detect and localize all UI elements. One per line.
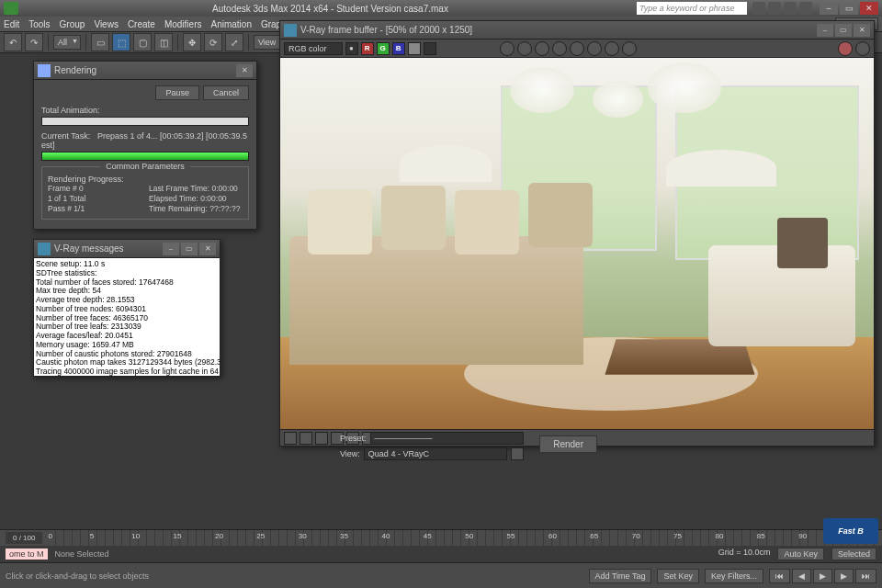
rgb-toggle[interactable]: ●: [345, 42, 358, 55]
vfb-tool-7[interactable]: [605, 41, 619, 56]
grid-status: Grid = 10.0cm: [718, 548, 771, 560]
window-crossing-button[interactable]: ◫: [154, 33, 173, 51]
select-region-button[interactable]: ▢: [133, 33, 152, 51]
render-icon: [38, 64, 51, 77]
vfb-title: V-Ray frame buffer - [50% of 2000 x 1250…: [300, 25, 472, 35]
app-menu-icon[interactable]: [4, 2, 18, 15]
vfb-icon: [284, 24, 297, 37]
channel-select[interactable]: RGB color: [284, 42, 343, 55]
set-key-button[interactable]: Set Key: [657, 569, 699, 583]
mono-channel[interactable]: [424, 42, 436, 55]
play-controls[interactable]: ⏮ ◀ ▶ ▶ ⏭: [769, 569, 876, 583]
stat-remaining: Time Remaining: ??:??:??: [149, 204, 243, 213]
vray-messages-window: V-Ray messages – ▭ ✕ Scene setup: 11.0 s…: [33, 239, 220, 377]
fastboot-badge: Fast B: [823, 518, 878, 544]
msgs-min-button[interactable]: –: [163, 243, 179, 255]
command-line[interactable]: ome to M: [6, 548, 48, 560]
vray-icon: [38, 243, 51, 255]
vfb-tool-5[interactable]: [570, 41, 584, 56]
undo-button[interactable]: ↶: [4, 33, 22, 51]
pause-button[interactable]: Pause: [155, 85, 199, 100]
vfb-tool-1[interactable]: [500, 41, 514, 56]
app-title: Autodesk 3ds Max 2014 x64 - Student Vers…: [24, 4, 637, 14]
goto-start-button[interactable]: ⏮: [769, 569, 790, 583]
vfb-b3[interactable]: [315, 432, 328, 445]
common-params-label: Common Parameters: [100, 162, 190, 171]
rendering-window: Rendering ✕ Pause Cancel Total Animation…: [33, 61, 257, 230]
alpha-channel[interactable]: [408, 42, 421, 55]
view-select[interactable]: Quad 4 - VRayC: [364, 447, 507, 460]
vfb-tool-2[interactable]: [517, 41, 532, 56]
vfb-settings-button[interactable]: [855, 41, 870, 56]
rotate-button[interactable]: ⟳: [204, 33, 222, 51]
total-anim-progress: [41, 117, 249, 126]
vfb-close-button[interactable]: ✕: [854, 24, 870, 37]
play-button[interactable]: ▶: [813, 569, 832, 583]
preset-select[interactable]: ———————: [370, 432, 524, 445]
preset-label: Preset:: [340, 434, 367, 443]
vfb-tool-8[interactable]: [622, 41, 637, 56]
prev-frame-button[interactable]: ◀: [792, 569, 811, 583]
add-time-tag-button[interactable]: Add Time Tag: [589, 569, 652, 583]
b-channel[interactable]: B: [392, 42, 405, 55]
signin-icon[interactable]: [784, 2, 797, 15]
frame-indicator[interactable]: 0 / 100: [6, 532, 42, 544]
selected-button[interactable]: Selected: [831, 548, 876, 560]
vray-messages-title: V-Ray messages: [54, 243, 124, 254]
render-output-image[interactable]: [280, 58, 874, 429]
menu-edit[interactable]: Edit: [4, 19, 19, 29]
timeline-ruler[interactable]: 0510152025303540455055606570758085909510…: [48, 530, 882, 546]
prompt-hint: Click or click-and-drag to select object…: [6, 571, 583, 581]
menu-modifiers[interactable]: Modifiers: [164, 19, 202, 29]
filter-select[interactable]: All: [53, 35, 81, 50]
close-button[interactable]: ✕: [860, 2, 878, 15]
vfb-stop-button[interactable]: [838, 41, 853, 56]
move-button[interactable]: ✥: [183, 33, 201, 51]
stat-pass: Pass # 1/1: [48, 204, 141, 213]
menu-create[interactable]: Create: [128, 19, 155, 29]
rendering-progress-label: Rendering Progress:: [48, 175, 243, 184]
r-channel[interactable]: R: [361, 42, 374, 55]
msgs-close-button[interactable]: ✕: [199, 243, 216, 255]
question-icon[interactable]: [799, 2, 812, 15]
g-channel[interactable]: G: [377, 42, 390, 55]
vfb-tool-4[interactable]: [552, 41, 567, 56]
vfb-min-button[interactable]: –: [817, 24, 833, 37]
star-icon[interactable]: [768, 2, 781, 15]
cancel-button[interactable]: Cancel: [203, 85, 249, 100]
vfb-tool-3[interactable]: [535, 41, 549, 56]
title-icons: [752, 2, 812, 15]
vfb-max-button[interactable]: ▭: [835, 24, 852, 37]
scale-button[interactable]: ⤢: [225, 33, 243, 51]
help-search-input[interactable]: Type a keyword or phrase: [637, 2, 747, 15]
app-titlebar: Autodesk 3ds Max 2014 x64 - Student Vers…: [0, 0, 882, 17]
redo-button[interactable]: ↷: [25, 33, 43, 51]
autokey-button[interactable]: Auto Key: [777, 548, 824, 560]
key-filters-button[interactable]: Key Filters...: [705, 569, 763, 583]
timeline[interactable]: 0 / 100 05101520253035404550556065707580…: [0, 529, 882, 546]
vfb-tool-6[interactable]: [587, 41, 602, 56]
menu-views[interactable]: Views: [94, 19, 119, 29]
maximize-button[interactable]: ▭: [840, 2, 858, 15]
msgs-max-button[interactable]: ▭: [181, 243, 198, 255]
select-button[interactable]: ▭: [91, 33, 109, 51]
current-task-label: Current Task:: [41, 131, 90, 141]
stat-lastframe: Last Frame Time: 0:00:00: [149, 184, 243, 193]
menu-animation[interactable]: Animation: [210, 19, 251, 29]
messages-text[interactable]: Scene setup: 11.0 sSDTree statistics:Tot…: [34, 258, 220, 376]
help-icon[interactable]: [752, 2, 765, 15]
lock-view-button[interactable]: [511, 447, 524, 460]
select-object-button[interactable]: ⬚: [112, 33, 130, 51]
stat-elapsed: Elapsed Time: 0:00:00: [149, 194, 243, 203]
menu-group[interactable]: Group: [60, 19, 85, 29]
next-frame-button[interactable]: ▶: [834, 569, 854, 583]
vray-frame-buffer-window: V-Ray frame buffer - [50% of 2000 x 1250…: [279, 20, 875, 447]
minimize-button[interactable]: –: [820, 2, 838, 15]
goto-end-button[interactable]: ⏭: [855, 569, 876, 583]
vfb-b2[interactable]: [300, 432, 312, 445]
stat-of: 1 of 1 Total: [48, 194, 141, 203]
vfb-b1[interactable]: [284, 432, 297, 445]
menu-tools[interactable]: Tools: [28, 19, 50, 29]
rendering-close-button[interactable]: ✕: [236, 64, 253, 77]
render-button[interactable]: Render: [539, 435, 597, 453]
